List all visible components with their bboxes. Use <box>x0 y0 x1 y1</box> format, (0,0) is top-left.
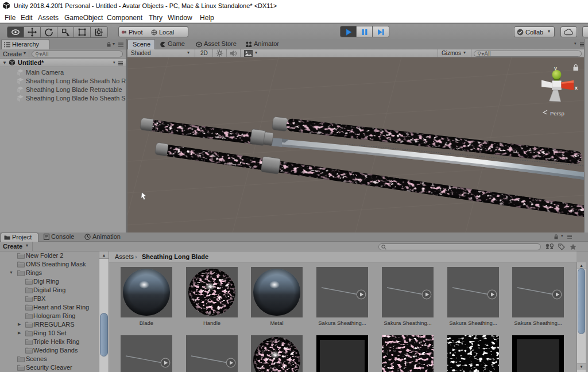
svg-text:x: x <box>575 85 578 91</box>
svg-text:Persp: Persp <box>550 110 564 117</box>
